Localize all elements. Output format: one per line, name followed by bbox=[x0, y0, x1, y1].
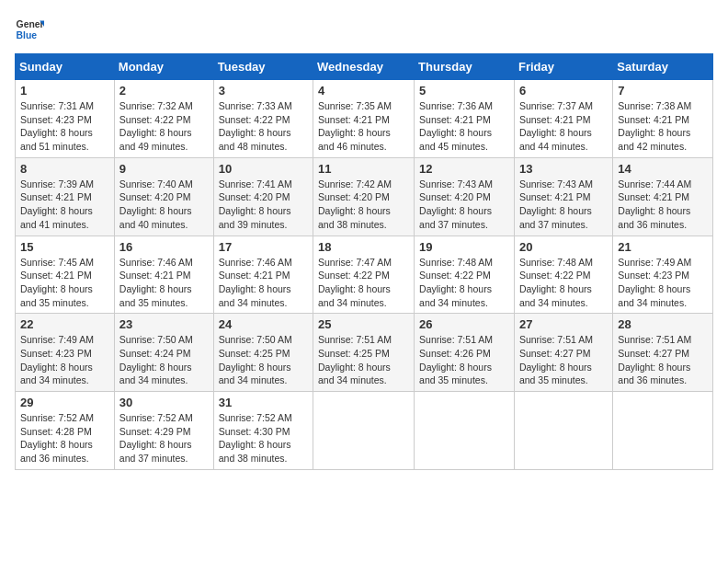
day-info: Sunrise: 7:52 AMSunset: 4:28 PMDaylight:… bbox=[20, 412, 94, 464]
weekday-header-row: SundayMondayTuesdayWednesdayThursdayFrid… bbox=[16, 54, 713, 80]
day-cell: 14Sunrise: 7:44 AMSunset: 4:21 PMDayligh… bbox=[613, 157, 713, 236]
day-info: Sunrise: 7:43 AMSunset: 4:21 PMDaylight:… bbox=[519, 178, 593, 230]
day-cell: 19Sunrise: 7:48 AMSunset: 4:22 PMDayligh… bbox=[415, 236, 515, 314]
day-cell: 16Sunrise: 7:46 AMSunset: 4:21 PMDayligh… bbox=[114, 236, 213, 314]
weekday-monday: Monday bbox=[114, 54, 213, 80]
day-info: Sunrise: 7:45 AMSunset: 4:21 PMDaylight:… bbox=[20, 257, 94, 308]
day-info: Sunrise: 7:46 AMSunset: 4:21 PMDaylight:… bbox=[119, 257, 193, 308]
day-info: Sunrise: 7:50 AMSunset: 4:24 PMDaylight:… bbox=[119, 334, 193, 385]
day-number: 14 bbox=[618, 162, 708, 176]
day-number: 12 bbox=[419, 162, 509, 176]
day-cell bbox=[415, 392, 515, 470]
day-cell: 18Sunrise: 7:47 AMSunset: 4:22 PMDayligh… bbox=[313, 236, 415, 314]
day-cell: 23Sunrise: 7:50 AMSunset: 4:24 PMDayligh… bbox=[114, 314, 213, 392]
day-info: Sunrise: 7:35 AMSunset: 4:21 PMDaylight:… bbox=[318, 100, 392, 152]
header: General Blue bbox=[15, 15, 713, 44]
day-number: 24 bbox=[219, 317, 308, 331]
day-info: Sunrise: 7:51 AMSunset: 4:27 PMDaylight:… bbox=[519, 334, 593, 385]
day-cell: 28Sunrise: 7:51 AMSunset: 4:27 PMDayligh… bbox=[613, 314, 713, 392]
day-number: 2 bbox=[119, 84, 209, 98]
day-cell: 7Sunrise: 7:38 AMSunset: 4:21 PMDaylight… bbox=[613, 80, 713, 158]
day-number: 5 bbox=[419, 84, 509, 98]
day-cell: 6Sunrise: 7:37 AMSunset: 4:21 PMDaylight… bbox=[514, 80, 612, 158]
day-number: 17 bbox=[219, 240, 308, 254]
day-cell bbox=[613, 392, 713, 470]
day-number: 7 bbox=[618, 84, 708, 98]
day-number: 28 bbox=[618, 317, 708, 331]
day-info: Sunrise: 7:43 AMSunset: 4:20 PMDaylight:… bbox=[419, 178, 493, 230]
day-info: Sunrise: 7:36 AMSunset: 4:21 PMDaylight:… bbox=[419, 100, 493, 152]
day-cell: 2Sunrise: 7:32 AMSunset: 4:22 PMDaylight… bbox=[114, 80, 213, 158]
day-number: 10 bbox=[219, 162, 308, 176]
day-info: Sunrise: 7:49 AMSunset: 4:23 PMDaylight:… bbox=[20, 334, 94, 385]
weekday-sunday: Sunday bbox=[16, 54, 115, 80]
week-row-4: 22Sunrise: 7:49 AMSunset: 4:23 PMDayligh… bbox=[16, 314, 713, 392]
day-info: Sunrise: 7:40 AMSunset: 4:20 PMDaylight:… bbox=[119, 178, 193, 230]
day-cell: 29Sunrise: 7:52 AMSunset: 4:28 PMDayligh… bbox=[16, 392, 115, 470]
day-info: Sunrise: 7:31 AMSunset: 4:23 PMDaylight:… bbox=[20, 100, 94, 152]
day-info: Sunrise: 7:42 AMSunset: 4:20 PMDaylight:… bbox=[318, 178, 392, 230]
day-number: 4 bbox=[318, 84, 409, 98]
day-info: Sunrise: 7:52 AMSunset: 4:30 PMDaylight:… bbox=[219, 412, 292, 464]
week-row-1: 1Sunrise: 7:31 AMSunset: 4:23 PMDaylight… bbox=[16, 80, 713, 158]
day-number: 30 bbox=[119, 396, 209, 409]
calendar-body: 1Sunrise: 7:31 AMSunset: 4:23 PMDaylight… bbox=[16, 80, 713, 470]
day-cell bbox=[313, 392, 415, 470]
day-info: Sunrise: 7:48 AMSunset: 4:22 PMDaylight:… bbox=[419, 257, 493, 308]
day-info: Sunrise: 7:49 AMSunset: 4:23 PMDaylight:… bbox=[618, 257, 691, 308]
day-cell: 3Sunrise: 7:33 AMSunset: 4:22 PMDaylight… bbox=[213, 80, 313, 158]
day-number: 1 bbox=[20, 84, 109, 98]
day-info: Sunrise: 7:41 AMSunset: 4:20 PMDaylight:… bbox=[219, 178, 292, 230]
weekday-tuesday: Tuesday bbox=[213, 54, 313, 80]
day-number: 26 bbox=[419, 317, 509, 331]
day-info: Sunrise: 7:37 AMSunset: 4:21 PMDaylight:… bbox=[519, 100, 593, 152]
day-number: 13 bbox=[519, 162, 608, 176]
day-number: 19 bbox=[419, 240, 509, 254]
day-cell: 9Sunrise: 7:40 AMSunset: 4:20 PMDaylight… bbox=[114, 157, 213, 236]
day-cell: 17Sunrise: 7:46 AMSunset: 4:21 PMDayligh… bbox=[213, 236, 313, 314]
day-info: Sunrise: 7:39 AMSunset: 4:21 PMDaylight:… bbox=[20, 178, 94, 230]
day-cell: 13Sunrise: 7:43 AMSunset: 4:21 PMDayligh… bbox=[514, 157, 612, 236]
logo: General Blue bbox=[15, 15, 44, 44]
day-number: 15 bbox=[20, 240, 109, 254]
day-number: 18 bbox=[318, 240, 409, 254]
day-cell: 20Sunrise: 7:48 AMSunset: 4:22 PMDayligh… bbox=[514, 236, 612, 314]
day-number: 27 bbox=[519, 317, 608, 331]
day-number: 21 bbox=[618, 240, 708, 254]
week-row-3: 15Sunrise: 7:45 AMSunset: 4:21 PMDayligh… bbox=[16, 236, 713, 314]
day-number: 6 bbox=[519, 84, 608, 98]
day-number: 16 bbox=[119, 240, 209, 254]
logo-icon: General Blue bbox=[15, 15, 44, 44]
day-number: 9 bbox=[119, 162, 209, 176]
weekday-saturday: Saturday bbox=[613, 54, 713, 80]
calendar-table: SundayMondayTuesdayWednesdayThursdayFrid… bbox=[15, 53, 713, 470]
day-cell: 1Sunrise: 7:31 AMSunset: 4:23 PMDaylight… bbox=[16, 80, 115, 158]
day-cell: 22Sunrise: 7:49 AMSunset: 4:23 PMDayligh… bbox=[16, 314, 115, 392]
day-info: Sunrise: 7:46 AMSunset: 4:21 PMDaylight:… bbox=[219, 257, 292, 308]
weekday-wednesday: Wednesday bbox=[313, 54, 415, 80]
day-cell: 11Sunrise: 7:42 AMSunset: 4:20 PMDayligh… bbox=[313, 157, 415, 236]
day-info: Sunrise: 7:48 AMSunset: 4:22 PMDaylight:… bbox=[519, 257, 593, 308]
svg-text:General: General bbox=[17, 19, 44, 29]
weekday-thursday: Thursday bbox=[415, 54, 515, 80]
day-cell: 31Sunrise: 7:52 AMSunset: 4:30 PMDayligh… bbox=[213, 392, 313, 470]
day-number: 20 bbox=[519, 240, 608, 254]
day-cell: 12Sunrise: 7:43 AMSunset: 4:20 PMDayligh… bbox=[415, 157, 515, 236]
day-cell: 21Sunrise: 7:49 AMSunset: 4:23 PMDayligh… bbox=[613, 236, 713, 314]
day-cell: 30Sunrise: 7:52 AMSunset: 4:29 PMDayligh… bbox=[114, 392, 213, 470]
day-cell: 26Sunrise: 7:51 AMSunset: 4:26 PMDayligh… bbox=[415, 314, 515, 392]
day-info: Sunrise: 7:47 AMSunset: 4:22 PMDaylight:… bbox=[318, 257, 392, 308]
day-cell: 15Sunrise: 7:45 AMSunset: 4:21 PMDayligh… bbox=[16, 236, 115, 314]
day-cell: 5Sunrise: 7:36 AMSunset: 4:21 PMDaylight… bbox=[415, 80, 515, 158]
day-cell: 25Sunrise: 7:51 AMSunset: 4:25 PMDayligh… bbox=[313, 314, 415, 392]
day-cell: 10Sunrise: 7:41 AMSunset: 4:20 PMDayligh… bbox=[213, 157, 313, 236]
day-cell: 4Sunrise: 7:35 AMSunset: 4:21 PMDaylight… bbox=[313, 80, 415, 158]
weekday-friday: Friday bbox=[514, 54, 612, 80]
day-number: 8 bbox=[20, 162, 109, 176]
day-info: Sunrise: 7:32 AMSunset: 4:22 PMDaylight:… bbox=[119, 100, 193, 152]
day-info: Sunrise: 7:51 AMSunset: 4:25 PMDaylight:… bbox=[318, 334, 392, 385]
day-info: Sunrise: 7:33 AMSunset: 4:22 PMDaylight:… bbox=[219, 100, 292, 152]
svg-text:Blue: Blue bbox=[17, 30, 38, 40]
week-row-2: 8Sunrise: 7:39 AMSunset: 4:21 PMDaylight… bbox=[16, 157, 713, 236]
day-info: Sunrise: 7:51 AMSunset: 4:26 PMDaylight:… bbox=[419, 334, 493, 385]
